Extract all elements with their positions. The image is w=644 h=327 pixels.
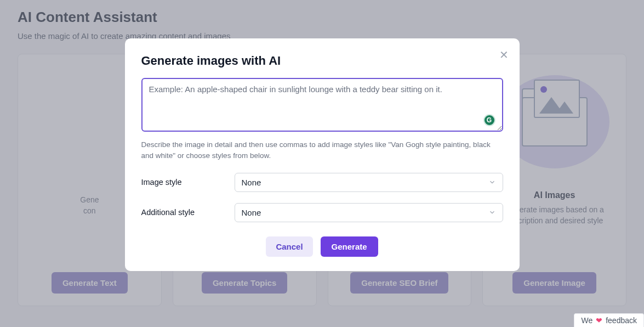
cancel-button[interactable]: Cancel xyxy=(266,236,312,257)
additional-style-select[interactable]: None xyxy=(235,203,503,222)
image-prompt-input[interactable] xyxy=(141,78,503,132)
feedback-tab[interactable]: We ❤ feedback xyxy=(574,313,644,327)
close-button[interactable]: ✕ xyxy=(499,49,509,60)
grammarly-icon[interactable]: G xyxy=(483,114,495,126)
prompt-helper-text: Describe the image in detail and then us… xyxy=(141,139,503,162)
additional-style-value: None xyxy=(242,208,261,217)
close-icon: ✕ xyxy=(499,49,509,61)
feedback-text: feedback xyxy=(606,316,637,325)
additional-style-label: Additional style xyxy=(141,208,235,217)
image-style-value: None xyxy=(242,178,261,187)
image-style-select[interactable]: None xyxy=(235,173,503,192)
generate-button[interactable]: Generate xyxy=(321,236,378,257)
additional-style-row: Additional style None xyxy=(141,203,503,222)
heart-icon: ❤ xyxy=(596,316,602,325)
image-style-label: Image style xyxy=(141,178,235,187)
generate-image-modal: ✕ Generate images with AI G Describe the… xyxy=(125,38,520,271)
feedback-we: We xyxy=(581,316,592,325)
chevron-down-icon xyxy=(488,178,496,186)
image-style-row: Image style None xyxy=(141,173,503,192)
chevron-down-icon xyxy=(488,208,496,216)
modal-overlay: ✕ Generate images with AI G Describe the… xyxy=(0,0,644,327)
modal-title: Generate images with AI xyxy=(141,54,503,68)
modal-actions: Cancel Generate xyxy=(141,236,503,257)
